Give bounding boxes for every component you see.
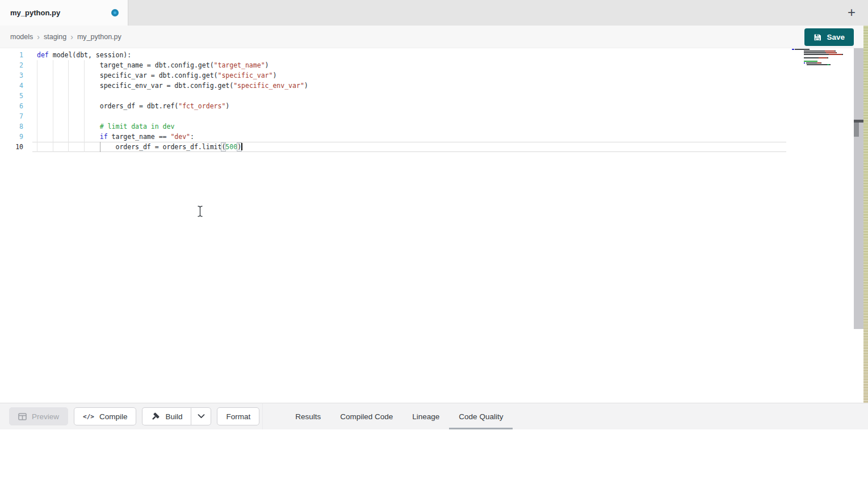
minimap-line <box>792 61 852 62</box>
build-split-button: Build <box>142 407 211 425</box>
code-token: ) <box>265 61 269 69</box>
save-button[interactable]: Save <box>804 28 854 46</box>
unsaved-changes-icon <box>111 9 119 16</box>
tab-code-quality[interactable]: Code Quality <box>449 403 513 430</box>
code-token: ) <box>272 71 276 79</box>
chevron-right-icon: › <box>37 32 40 41</box>
line-number: 6 <box>0 101 23 111</box>
text-caret <box>241 143 242 150</box>
result-tabs: Results Compiled Code Lineage Code Quali… <box>286 403 513 430</box>
code-line[interactable]: orders_df = dbt.ref("fct_orders") <box>37 101 308 111</box>
line-number: 2 <box>0 60 23 70</box>
plus-icon: + <box>848 5 856 20</box>
code-line[interactable]: specific_env_var = dbt.config.get("speci… <box>37 81 308 91</box>
preview-button-label: Preview <box>32 412 59 421</box>
code-token: specific_env_var = dbt.config.get( <box>37 82 233 90</box>
line-number: 9 <box>0 132 23 142</box>
minimap-line <box>792 57 852 58</box>
code-token: "specific_env_var" <box>233 82 304 90</box>
line-number: 5 <box>0 91 23 101</box>
code-token: model(dbt, session): <box>49 51 131 59</box>
chevron-down-icon <box>198 414 205 419</box>
editor-tab-bar: my_python.py + <box>0 0 868 26</box>
code-token: if <box>37 133 108 141</box>
code-line[interactable]: if target_name == "dev": <box>37 132 308 142</box>
minimap-line <box>792 64 852 65</box>
tab-code-quality-label: Code Quality <box>459 412 503 421</box>
code-token: # limit data in dev <box>37 123 174 130</box>
minimap-line <box>792 59 852 60</box>
code-content[interactable]: def model(dbt, session): target_name = d… <box>37 50 308 152</box>
code-token: "fct_orders" <box>178 102 225 110</box>
tab-compiled-code[interactable]: Compiled Code <box>330 403 402 430</box>
compile-button[interactable]: </> Compile <box>74 407 136 425</box>
build-options-button[interactable] <box>191 407 211 425</box>
preview-button[interactable]: Preview <box>9 407 68 425</box>
floppy-disk-icon <box>814 33 821 41</box>
code-editor[interactable]: 12345678910 def model(dbt, session): tar… <box>0 48 868 403</box>
tab-lineage[interactable]: Lineage <box>402 403 449 430</box>
code-token: 500 <box>225 143 237 151</box>
tab-results-label: Results <box>295 412 321 421</box>
code-line[interactable]: target_name = dbt.config.get("target_nam… <box>37 60 308 70</box>
bottom-toolbar: Preview </> Compile Build <box>0 403 868 429</box>
breadcrumb: models › staging › my_python.py <box>10 32 121 41</box>
scrollbar-thumb[interactable] <box>854 123 859 137</box>
breadcrumb-item-file[interactable]: my_python.py <box>77 33 121 41</box>
line-number: 8 <box>0 121 23 132</box>
compile-button-label: Compile <box>99 412 128 421</box>
code-line[interactable]: # limit data in dev <box>37 121 308 132</box>
save-button-label: Save <box>827 33 845 41</box>
code-line[interactable]: orders_df = orders_df.limit(500) <box>37 142 308 152</box>
tab-label: my_python.py <box>10 9 111 17</box>
minimap[interactable] <box>792 49 852 66</box>
chevron-right-icon: › <box>70 32 73 41</box>
line-number: 4 <box>0 81 23 91</box>
format-button-label: Format <box>226 412 250 421</box>
minimap-line <box>792 50 852 52</box>
tab-results[interactable]: Results <box>286 403 330 430</box>
code-token: def <box>37 51 49 59</box>
code-token: target_name = dbt.config.get( <box>37 61 214 69</box>
tab-compiled-code-label: Compiled Code <box>340 412 393 421</box>
toolbar-divider <box>262 403 263 430</box>
code-line[interactable]: specific_var = dbt.config.get("specific_… <box>37 70 308 81</box>
breadcrumb-item-staging[interactable]: staging <box>44 33 66 41</box>
code-token: "specific_var" <box>218 71 273 79</box>
code-token: : <box>190 133 194 141</box>
minimap-line <box>792 49 852 50</box>
line-number: 7 <box>0 111 23 121</box>
hammer-icon <box>151 412 160 421</box>
line-number: 1 <box>0 50 23 60</box>
tab-lineage-label: Lineage <box>412 412 439 421</box>
line-number: 10 <box>0 142 23 152</box>
tab-my-python-py[interactable]: my_python.py <box>0 0 128 26</box>
code-token: orders_df = dbt.ref( <box>37 102 178 110</box>
results-panel <box>0 429 868 485</box>
build-button-label: Build <box>165 412 182 421</box>
table-icon <box>18 413 27 420</box>
breadcrumb-item-models[interactable]: models <box>10 33 33 41</box>
line-number: 3 <box>0 70 23 81</box>
code-token: specific_var = dbt.config.get( <box>37 71 218 79</box>
code-line[interactable]: def model(dbt, session): <box>37 50 308 60</box>
format-button[interactable]: Format <box>217 407 259 425</box>
code-icon: </> <box>83 413 94 420</box>
line-number-gutter: 12345678910 <box>0 50 23 152</box>
code-line[interactable] <box>37 111 308 121</box>
code-line[interactable] <box>37 91 308 101</box>
minimap-line <box>792 54 852 55</box>
code-token: orders_df = orders_df.limit <box>37 143 221 151</box>
build-button[interactable]: Build <box>142 407 191 425</box>
code-token: target_name == <box>108 133 171 141</box>
code-token: ) <box>225 102 229 110</box>
code-token: "target_name" <box>214 61 265 69</box>
minimap-line <box>792 56 852 57</box>
scrollbar-track[interactable] <box>854 48 863 329</box>
code-token: ) <box>304 82 308 90</box>
code-token: "dev" <box>170 133 190 141</box>
minimap-line <box>792 52 852 53</box>
new-tab-button[interactable]: + <box>843 4 860 21</box>
breadcrumb-bar: models › staging › my_python.py Save <box>0 26 868 48</box>
minimap-line <box>792 62 852 64</box>
